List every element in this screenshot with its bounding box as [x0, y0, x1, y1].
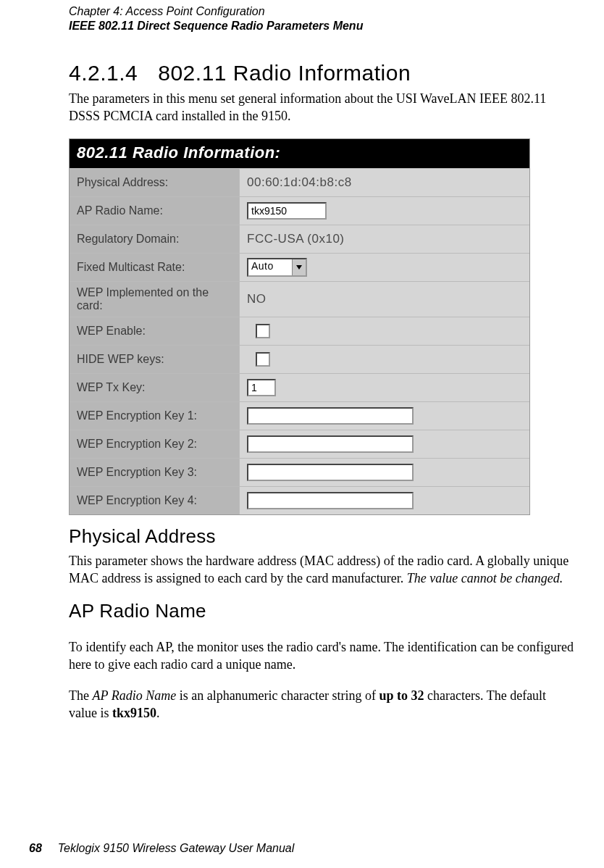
heading-physical-address: Physical Address — [69, 525, 575, 548]
label-wep-key-3: WEP Encryption Key 3: — [70, 459, 240, 486]
wep-key-2-input[interactable] — [247, 435, 414, 453]
label-wep-tx-key: WEP Tx Key: — [70, 374, 240, 401]
manual-title: Teklogix 9150 Wireless Gateway User Manu… — [58, 842, 295, 855]
label-wep-key-2: WEP Encryption Key 2: — [70, 430, 240, 458]
row-wep-enable: WEP Enable: — [70, 317, 529, 345]
chevron-down-icon — [292, 259, 306, 275]
radio-info-panel: 802.11 Radio Information: Physical Addre… — [69, 138, 530, 515]
running-header: Chapter 4: Access Point Configuration IE… — [69, 0, 575, 33]
select-value: Auto — [248, 259, 292, 275]
section-title: 802.11 Radio Information — [158, 61, 411, 85]
paragraph-ap-radio-name-2: The AP Radio Name is an alphanumeric cha… — [69, 687, 575, 722]
label-hide-wep-keys: HIDE WEP keys: — [70, 346, 240, 373]
value-wep-implemented: NO — [240, 282, 529, 317]
label-wep-implemented: WEP Implemented on the card: — [70, 282, 240, 317]
label-fixed-multicast-rate: Fixed Multicast Rate: — [70, 254, 240, 281]
page-footer: 68 Teklogix 9150 Wireless Gateway User M… — [0, 842, 604, 855]
row-wep-key-2: WEP Encryption Key 2: — [70, 430, 529, 458]
wep-tx-key-input[interactable] — [247, 379, 276, 396]
wep-key-3-input[interactable] — [247, 464, 414, 481]
row-wep-implemented: WEP Implemented on the card: NO — [70, 281, 529, 317]
wep-key-4-input[interactable] — [247, 492, 414, 509]
label-wep-enable: WEP Enable: — [70, 317, 240, 345]
section-number: 4.2.1.4 — [69, 61, 138, 85]
page-number: 68 — [29, 842, 42, 855]
intro-paragraph: The parameters in this menu set general … — [69, 90, 575, 125]
value-regulatory-domain: FCC-USA (0x10) — [240, 225, 529, 253]
fixed-multicast-rate-select[interactable]: Auto — [247, 258, 307, 277]
wep-key-1-input[interactable] — [247, 407, 414, 425]
row-ap-radio-name: AP Radio Name: — [70, 196, 529, 225]
heading-ap-radio-name: AP Radio Name — [69, 600, 575, 622]
row-wep-key-1: WEP Encryption Key 1: — [70, 401, 529, 430]
paragraph-physical-address: This parameter shows the hardware addres… — [69, 552, 575, 588]
value-physical-address: 00:60:1d:04:b8:c8 — [240, 169, 529, 196]
wep-enable-checkbox[interactable] — [256, 324, 270, 338]
row-hide-wep-keys: HIDE WEP keys: — [70, 345, 529, 373]
ap-radio-name-input[interactable] — [247, 202, 327, 220]
label-wep-key-1: WEP Encryption Key 1: — [70, 402, 240, 430]
section-path: IEEE 802.11 Direct Sequence Radio Parame… — [69, 20, 363, 32]
row-wep-key-3: WEP Encryption Key 3: — [70, 458, 529, 486]
row-regulatory-domain: Regulatory Domain: FCC-USA (0x10) — [70, 225, 529, 253]
label-wep-key-4: WEP Encryption Key 4: — [70, 487, 240, 514]
label-ap-radio-name: AP Radio Name: — [70, 197, 240, 225]
section-heading: 4.2.1.4802.11 Radio Information — [69, 61, 575, 85]
row-fixed-multicast-rate: Fixed Multicast Rate: Auto — [70, 253, 529, 281]
row-wep-key-4: WEP Encryption Key 4: — [70, 486, 529, 514]
hide-wep-keys-checkbox[interactable] — [256, 352, 270, 367]
label-regulatory-domain: Regulatory Domain: — [70, 225, 240, 253]
paragraph-ap-radio-name-1: To identify each AP, the monitor uses th… — [69, 638, 575, 674]
label-physical-address: Physical Address: — [70, 169, 240, 196]
row-wep-tx-key: WEP Tx Key: — [70, 373, 529, 401]
row-physical-address: Physical Address: 00:60:1d:04:b8:c8 — [70, 168, 529, 196]
svg-marker-0 — [296, 265, 302, 270]
panel-title: 802.11 Radio Information: — [70, 139, 529, 168]
chapter-prefix: Chapter 4: — [69, 5, 126, 17]
chapter-title: Access Point Configuration — [126, 5, 265, 17]
